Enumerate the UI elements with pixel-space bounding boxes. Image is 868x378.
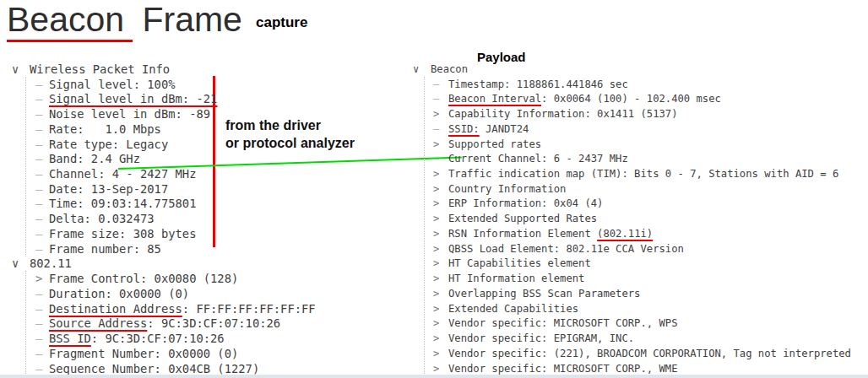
chevron-right-icon[interactable]: > xyxy=(425,168,448,180)
tree-row-text: Capability Information: 0x1411 (5137) xyxy=(448,108,678,120)
tree-row[interactable]: –Beacon Interval: 0x0064 (100) - 102.400… xyxy=(425,91,851,106)
tree-section-header[interactable]: ∨802.11 xyxy=(12,256,316,272)
tree-row[interactable]: >Capability Information: 0x1411 (5137) xyxy=(425,106,851,122)
tree-row-text: QBSS Load Element: 802.11e CCA Version xyxy=(448,243,684,255)
tree-row[interactable]: –Rate type: Legacy xyxy=(26,137,316,152)
tree-row[interactable]: –Duration: 0x0000 (0) xyxy=(26,286,316,301)
tree-row[interactable]: >QBSS Load Element: 802.11e CCA Version xyxy=(425,241,851,256)
tree-section-children: –Signal level: 100%–Signal level in dBm:… xyxy=(25,77,316,256)
tree-leaf-dash-icon: – xyxy=(26,347,49,360)
tree-row[interactable]: –Rate: 1.0 Mbps xyxy=(26,122,316,137)
tree-row[interactable]: –Time: 09:03:14.775801 xyxy=(26,197,316,212)
title-word-frame: Frame xyxy=(133,0,242,39)
tree-section-header[interactable]: ∨Beacon xyxy=(413,62,851,77)
tree-row[interactable]: –Frame number: 85 xyxy=(26,241,316,256)
tree-row[interactable]: –Channel: 4 - 2427 MHz xyxy=(26,166,316,181)
chevron-right-icon[interactable]: > xyxy=(425,213,448,224)
tree-row-text: Duration: 0x0000 (0) xyxy=(49,287,189,300)
chevron-right-icon[interactable]: > xyxy=(425,183,448,195)
chevron-right-icon[interactable]: > xyxy=(26,272,49,285)
tree-row-text: Vendor specific: (221), BROADCOM CORPORA… xyxy=(448,348,851,359)
chevron-right-icon[interactable]: > xyxy=(425,348,448,359)
chevron-right-icon[interactable]: > xyxy=(425,243,448,255)
tree-leaf-dash-icon: – xyxy=(26,242,49,256)
tree-row[interactable]: –BSS ID: 9C:3D:CF:07:10:26 xyxy=(26,331,316,346)
tree-row-text: Date: 13-Sep-2017 xyxy=(49,182,168,196)
tree-row[interactable]: –Delta: 0.032473 xyxy=(26,211,316,226)
tree-row[interactable]: –Date: 13-Sep-2017 xyxy=(26,181,316,197)
tree-section-label: Wireless Packet Info xyxy=(30,62,170,76)
tree-row[interactable]: –Current Channel: 6 - 2437 MHz xyxy=(425,151,851,166)
chevron-right-icon[interactable]: > xyxy=(425,273,448,284)
chevron-right-icon[interactable]: > xyxy=(425,317,448,329)
wireless-packet-info-tree: ∨Wireless Packet Info–Signal level: 100%… xyxy=(12,62,316,375)
tree-row[interactable]: >Extended Supported Rates xyxy=(425,211,851,226)
tree-row-text: Rate type: Legacy xyxy=(49,138,168,151)
tree-row[interactable]: –Band: 2.4 GHz xyxy=(26,151,316,166)
tree-leaf-dash-icon: – xyxy=(26,138,49,151)
tree-row-text: Frame size: 308 bytes xyxy=(49,227,196,240)
tree-row-text: HT Capabilities element xyxy=(448,257,591,269)
tree-row[interactable]: >RSN Information Element (802.11i) xyxy=(425,226,851,241)
tree-row[interactable]: >Vendor specific: MICROSOFT CORP., WPS xyxy=(425,316,851,331)
tree-leaf-dash-icon: – xyxy=(26,152,49,165)
tree-row-text: Frame number: 85 xyxy=(49,242,161,256)
chevron-right-icon[interactable]: > xyxy=(425,197,448,209)
tree-row-text: Signal level: 100% xyxy=(49,78,176,91)
tree-row[interactable]: >Vendor specific: EPIGRAM, INC. xyxy=(425,331,851,346)
tree-row[interactable]: >ERP Information: 0x04 (4) xyxy=(425,197,851,212)
tree-row[interactable]: –SSID: JANDT24 xyxy=(425,122,851,137)
tree-row[interactable]: –Frame size: 308 bytes xyxy=(26,226,316,241)
tree-row[interactable]: >Vendor specific: (221), BROADCOM CORPOR… xyxy=(425,346,851,361)
tree-row-text: : FF:FF:FF:FF:FF:FF xyxy=(182,302,316,316)
tree-leaf-dash-icon: – xyxy=(26,78,49,91)
tree-row-text: Country Information xyxy=(448,183,566,195)
tree-row[interactable]: >HT Capabilities element xyxy=(425,256,851,272)
tree-row[interactable]: >Vendor specific: MICROSOFT CORP., WME xyxy=(425,361,851,376)
tree-row[interactable]: –Timestamp: 1188861.441846 sec xyxy=(425,77,851,92)
tree-row[interactable]: >HT Information element xyxy=(425,271,851,286)
tree-row[interactable]: –Signal level in dBm: -21 xyxy=(26,91,316,106)
tree-row[interactable]: –Sequence Number: 0x04CB (1227) xyxy=(26,361,316,376)
tree-leaf-dash-icon: – xyxy=(26,302,49,316)
tree-row-text: Source Address xyxy=(49,316,147,330)
chevron-down-icon[interactable]: ∨ xyxy=(12,62,30,76)
chevron-down-icon[interactable]: ∨ xyxy=(12,256,30,270)
tree-row-text: Extended Supported Rates xyxy=(448,213,597,224)
chevron-right-icon[interactable]: > xyxy=(425,303,448,315)
tree-row[interactable]: –Fragment Number: 0x0000 (0) xyxy=(26,346,316,361)
tree-leaf-dash-icon: – xyxy=(26,182,49,196)
chevron-right-icon[interactable]: > xyxy=(425,138,448,150)
tree-row[interactable]: >Country Information xyxy=(425,181,851,197)
tree-row-text: Time: 09:03:14.775801 xyxy=(49,197,196,210)
tree-row-text: RSN Information Element xyxy=(448,228,597,240)
tree-row[interactable]: –Noise level in dBm: -89 xyxy=(26,106,316,122)
chevron-right-icon[interactable]: > xyxy=(425,108,448,120)
tree-row[interactable]: –Source Address: 9C:3D:CF:07:10:26 xyxy=(26,316,316,331)
chevron-right-icon[interactable]: > xyxy=(425,288,448,300)
chevron-right-icon[interactable]: > xyxy=(425,257,448,269)
tree-row[interactable]: >Traffic indication map (TIM): Bits 0 - … xyxy=(425,166,851,181)
tree-section-header[interactable]: ∨Wireless Packet Info xyxy=(12,62,316,77)
chevron-down-icon[interactable]: ∨ xyxy=(413,63,431,75)
tree-row-text: Vendor specific: EPIGRAM, INC. xyxy=(448,332,634,344)
tree-row[interactable]: –Destination Address: FF:FF:FF:FF:FF:FF xyxy=(26,301,316,316)
tree-row[interactable]: >Supported rates xyxy=(425,137,851,152)
chevron-right-icon[interactable]: > xyxy=(425,363,448,375)
tree-row-text: Signal level in dBm: -21 xyxy=(49,92,217,105)
tree-row[interactable]: >Extended Capabilities xyxy=(425,301,851,316)
bottom-edge-strip xyxy=(0,375,868,378)
tree-row-text: SSID: xyxy=(448,123,480,135)
tree-row[interactable]: >Frame Control: 0x0080 (128) xyxy=(26,271,316,286)
tree-row-text: HT Information element xyxy=(448,273,584,284)
tree-row[interactable]: >Overlapping BSS Scan Parameters xyxy=(425,286,851,301)
page-title: Beacon Frame xyxy=(7,0,242,42)
tree-leaf-dash-icon: – xyxy=(26,167,49,181)
tree-row-text: Channel: 4 - 2427 MHz xyxy=(49,167,196,181)
tree-leaf-dash-icon: – xyxy=(26,122,49,136)
chevron-right-icon[interactable]: > xyxy=(425,332,448,344)
tree-leaf-dash-icon: – xyxy=(26,227,49,240)
chevron-right-icon[interactable]: > xyxy=(425,228,448,240)
tree-row-text: Vendor specific: MICROSOFT CORP., WME xyxy=(448,363,678,375)
tree-row[interactable]: –Signal level: 100% xyxy=(26,77,316,92)
